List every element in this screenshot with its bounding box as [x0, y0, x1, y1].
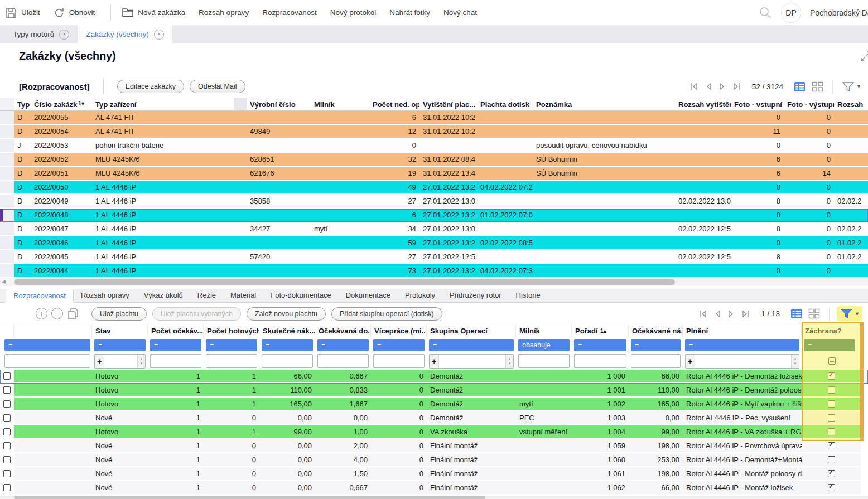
column-header-miln-k[interactable]: Milník [516, 324, 572, 337]
column-header-z-chrana[interactable]: Záchrana? [802, 324, 861, 337]
order-row[interactable]: J2022/0053pohon trakční baterie0posoudit… [0, 139, 868, 153]
grid-view-icon[interactable] [807, 307, 821, 320]
remove-row-button[interactable]: − [51, 308, 63, 319]
filter-operator-dc-pl[interactable]: = [685, 339, 799, 351]
column-header-v-cepr-ce-mi[interactable]: Vícepráce (mi... [371, 324, 427, 337]
column-header-skute-n-n-k[interactable]: Skutečné nák... [259, 324, 315, 337]
filter-operator-dc-on[interactable]: = [631, 339, 681, 351]
operation-row[interactable]: Nové100,004,000Finální montáž1 060253,00… [0, 453, 868, 467]
detail-tab-p-idru-en-rotor[interactable]: Přidružený rotor [442, 289, 508, 302]
filter-icon[interactable]: ▼ [841, 80, 862, 93]
order-row[interactable]: D2022/00491 AL 4446 iP358582727.01.2022 … [0, 195, 868, 209]
order-row[interactable]: D2022/0054AL 4741 FlT498491231.01.2022 1… [0, 125, 868, 139]
operation-row[interactable]: Hotovo11165,001,6670Demontážmytí1 002165… [0, 398, 868, 411]
row-select-checkbox[interactable] [3, 484, 11, 491]
order-row[interactable]: D2022/00471 AL 4446 iP34427mytí3427.01.2… [0, 222, 868, 236]
next-page-button[interactable] [726, 309, 736, 319]
column-header-v-robn-slo[interactable]: Výrobní číslo [247, 100, 311, 109]
filter-ocekavane[interactable] [631, 354, 681, 368]
column-header-slo-zak-zk[interactable]: Číslo zakázk1▾ [31, 100, 92, 109]
prev-page-button[interactable] [703, 81, 713, 91]
expand-icon[interactable] [861, 51, 868, 61]
filter-input-name[interactable] [4, 354, 90, 368]
detail-tab-dokumentace[interactable]: Dokumentace [339, 289, 398, 302]
zachrana-checkbox[interactable] [828, 372, 835, 380]
column-header-o-ek-van-n[interactable]: Očekávané ná... [629, 324, 683, 337]
filter-operator-dc-za[interactable]: = [804, 339, 855, 351]
detail-tab-historie[interactable]: Historie [509, 289, 548, 302]
order-row[interactable]: D2022/00441 AL 4446 iP7327.01.2022 13:20… [0, 264, 868, 278]
row-select-checkbox[interactable] [3, 428, 11, 435]
tab-close-icon[interactable]: ✕ [154, 30, 164, 40]
list-view-icon[interactable] [789, 307, 803, 320]
row-select-checkbox[interactable] [3, 470, 11, 477]
prev-page-button[interactable] [712, 309, 722, 319]
column-header-plachta-dotisk[interactable]: Plachta dotisk [477, 100, 533, 109]
toolbar-action-nahr-t-fotky[interactable]: Nahrát fotky [389, 8, 430, 17]
detail-hscrollbar[interactable] [0, 496, 868, 499]
zachrana-checkbox[interactable] [828, 386, 835, 394]
filter-stav[interactable]: +▲▼ [94, 354, 146, 369]
last-page-button[interactable] [731, 81, 742, 91]
operation-row[interactable]: Hotovo1199,001,000VA zkouškavstupní měře… [0, 425, 868, 439]
spin-down-icon[interactable]: ▼ [794, 362, 797, 365]
next-page-button[interactable] [717, 81, 727, 91]
detail-tab-protokoly[interactable]: Protokoly [398, 289, 442, 302]
detail-tab-foto-dokumentace[interactable]: Foto-dokumentace [263, 289, 338, 302]
order-row[interactable]: D2022/00501 AL 4446 iP4927.01.2022 13:20… [0, 181, 868, 195]
column-header-pozn-mka[interactable]: Poznámka [533, 100, 675, 109]
toolbar-action-rozsah-opravy[interactable]: Rozsah opravy [199, 8, 249, 17]
tab-close-icon[interactable]: ✕ [59, 30, 69, 40]
spin-up-icon[interactable]: ▲ [794, 357, 797, 361]
column-header-typ[interactable]: Typ [14, 100, 31, 109]
filter-operator-dc-stav[interactable]: = [94, 339, 146, 351]
toolbar-action-rozpracovanost[interactable]: Rozpracovanost [262, 8, 317, 17]
detail-tab-re-ie[interactable]: Režie [190, 289, 223, 302]
filter-operator-dc-od[interactable]: = [317, 339, 369, 351]
scrollbar-thumb[interactable] [14, 279, 675, 285]
row-select-checkbox[interactable] [3, 414, 11, 422]
zachrana-checkbox[interactable] [828, 428, 835, 435]
save-button[interactable]: Uložit [6, 7, 40, 18]
filter-poradi[interactable] [574, 354, 626, 368]
filter-skutecne[interactable] [262, 354, 313, 368]
filter-operator-dc-mi[interactable]: obsahuje [518, 339, 570, 351]
spin-down-icon[interactable]: ▼ [508, 362, 512, 365]
toolbar-action-nov-protokol[interactable]: Nový protokol [330, 8, 377, 17]
column-header-vyti-t-n-plac[interactable]: Vytištění plac... [419, 100, 477, 109]
operation-row[interactable]: Nové100,001,500Finální montáž1 061198,00… [0, 467, 868, 481]
spinner-arrows[interactable]: ▲▼ [506, 355, 513, 368]
row-select-checkbox[interactable] [3, 372, 11, 380]
copy-icon[interactable] [67, 307, 79, 321]
row-select-checkbox[interactable] [3, 442, 11, 449]
order-row[interactable]: D2022/00451 AL 4446 iP574202727.01.2022 … [0, 250, 868, 264]
filter-input[interactable] [104, 355, 138, 368]
zachrana-checkbox[interactable] [828, 442, 835, 449]
filter-input[interactable] [438, 355, 506, 368]
column-header-o-ek-van-do[interactable]: Očekávaná do... [315, 324, 371, 337]
zachrana-checkbox[interactable] [828, 414, 835, 422]
zalo-novou-plachtu-button[interactable]: Založ novou plachtu [247, 307, 326, 321]
spin-up-icon[interactable]: ▲ [508, 357, 512, 361]
order-row[interactable]: D2022/0055AL 4741 FlT631.01.2022 10:200 [0, 111, 868, 125]
operation-row[interactable]: Nové100,000,000DemontážPEC1 0030,00Rotor… [0, 411, 868, 425]
toolbar-action-nov-chat[interactable]: Nový chat [443, 8, 477, 17]
spin-down-icon[interactable]: ▼ [140, 362, 143, 365]
operation-row[interactable]: Hotovo11110,000,8330Demontáž1 001110,00R… [0, 384, 868, 398]
editace-zak-zky-button[interactable]: Editace zakázky [117, 80, 184, 93]
column-header-po-et-hotov-ch[interactable]: Počet hotových [204, 324, 259, 337]
filter-icon-active[interactable]: ▼ [837, 306, 862, 321]
scroll-left-icon[interactable]: ◀ [2, 279, 6, 284]
avatar[interactable]: DP [781, 3, 801, 23]
filter-operator-dc-po[interactable]: = [150, 339, 201, 351]
column-header-rozsah[interactable]: Rozsah [834, 100, 868, 109]
zachrana-checkbox[interactable] [828, 400, 835, 408]
scrollbar-thumb[interactable] [14, 496, 485, 499]
column-header-rozsah-vyti-t-n[interactable]: Rozsah vytištěn [675, 100, 731, 109]
column-header-foto-v-stupn[interactable]: Foto - výstupní [784, 100, 834, 109]
filter-input[interactable] [695, 355, 792, 368]
operation-row[interactable]: Hotovo1166,000,6670Demontáž1 00066,00Rot… [0, 370, 868, 384]
filter-operator-dc-sk[interactable]: = [429, 339, 514, 351]
zachrana-filter-checkbox[interactable] [828, 357, 836, 365]
row-select-checkbox[interactable] [3, 456, 11, 463]
